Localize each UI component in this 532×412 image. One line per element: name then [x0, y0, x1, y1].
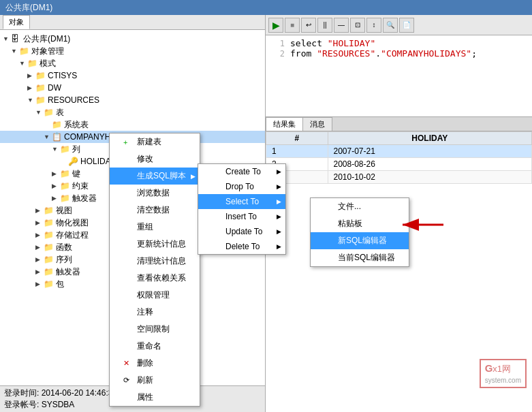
toolbar-btn6[interactable]: ⊡ [350, 18, 365, 33]
menu-item-新建表[interactable]: +新建表 [110, 133, 200, 150]
tree-label-resources: RESOURCES [48, 95, 99, 105]
tab-object[interactable]: 对象 [3, 15, 30, 29]
tree-label-sys-table: 系统表 [64, 119, 89, 131]
sql-line1: 1 select "HOLIDAY" [271, 38, 527, 48]
tree-item-dw[interactable]: ▶📁DW [0, 82, 265, 94]
sql-submenu-item-Create To[interactable]: Create To [198, 164, 285, 179]
sql-submenu-item-Update To[interactable]: Update To [198, 224, 285, 239]
select-submenu-item-新SQL编辑器[interactable]: 新SQL编辑器 [311, 232, 409, 249]
toolbar-btn9[interactable]: 📄 [399, 18, 414, 33]
toolbar-btn4[interactable]: || [317, 18, 332, 33]
tree-label-db: 公共库(DM1) [23, 33, 70, 45]
tree-item-table-node[interactable]: ▼📁表 [0, 106, 265, 118]
tree-label-func-node: 函数 [56, 242, 72, 253]
table-row[interactable]: 12007-07-21 [266, 145, 532, 158]
tree-label-col-node: 列 [72, 144, 80, 155]
watermark-subtext: system.com [485, 377, 521, 384]
menu-item-查看依赖关系[interactable]: 查看依赖关系 [110, 270, 200, 287]
menu-item-权限管理[interactable]: 权限管理 [110, 287, 200, 304]
col-holiday-header: HOLIDAY [328, 132, 532, 145]
tree-item-obj-mgr[interactable]: ▼📁对象管理 [0, 45, 265, 57]
watermark: Gx1网 system.com [480, 359, 527, 388]
toolbar-btn8[interactable]: 🔍 [383, 18, 398, 33]
select-submenu-item-文件...[interactable]: 文件... [311, 198, 409, 215]
menu-item-更新统计信息[interactable]: 更新统计信息 [110, 236, 200, 253]
select-submenu[interactable]: 文件...粘贴板新SQL编辑器当前SQL编辑器 [310, 197, 409, 267]
sql-submenu[interactable]: Create ToDrop ToSelect ToInsert ToUpdate… [198, 163, 286, 255]
tree-item-db[interactable]: ▼🗄公共库(DM1) [0, 33, 265, 45]
sql-submenu-item-Select To[interactable]: Select To [198, 194, 285, 209]
toolbar-btn7[interactable]: ↕ [366, 18, 381, 33]
tree-label-dw: DW [48, 83, 61, 93]
menu-item-重组[interactable]: 重组 [110, 219, 200, 236]
run-btn[interactable]: ▶ [268, 18, 283, 33]
menu-item-清理统计信息[interactable]: 清理统计信息 [110, 253, 200, 270]
title-bar: 公共库(DM1) [0, 0, 532, 15]
tree-label-trig-node2: 触发器 [56, 266, 80, 278]
tree-item-schema[interactable]: ▼📁模式 [0, 57, 265, 69]
tree-label-constraint-node: 约束 [72, 180, 89, 192]
menu-item-清空数据[interactable]: 清空数据 [110, 202, 200, 219]
stop-btn[interactable]: ■ [285, 18, 300, 33]
tree-item-resources[interactable]: ▼📁RESOURCES [0, 94, 265, 106]
sql-submenu-item-Delete To[interactable]: Delete To [198, 239, 285, 254]
table-row[interactable]: 22008-08-26 [266, 158, 532, 171]
tree-label-pkg-node: 包 [56, 279, 64, 290]
menu-item-属性[interactable]: 属性 [110, 389, 200, 406]
select-submenu-item-当前SQL编辑器[interactable]: 当前SQL编辑器 [311, 249, 409, 266]
tree-item-sys-table[interactable]: 📁系统表 [0, 118, 265, 131]
tree-label-ctisys: CTISYS [48, 71, 77, 80]
toolbar-btn3[interactable]: ↩ [301, 18, 316, 33]
col-num-header: # [266, 132, 328, 145]
menu-item-空间限制[interactable]: 空间限制 [110, 321, 200, 338]
title-text: 公共库(DM1) [5, 2, 52, 14]
menu-item-注释[interactable]: 注释 [110, 304, 200, 321]
tree-label-seq-node: 序列 [56, 254, 72, 266]
left-panel-tabs: 对象 [0, 15, 265, 30]
watermark-text: G [485, 362, 493, 374]
sql-editor[interactable]: 1 select "HOLIDAY" 2 from "RESOURCES"."C… [266, 35, 532, 117]
menu-item-重命名[interactable]: 重命名 [110, 338, 200, 355]
context-menu[interactable]: +新建表修改生成SQL脚本浏览数据清空数据重组更新统计信息清理统计信息查看依赖关… [109, 133, 200, 407]
menu-item-修改[interactable]: 修改 [110, 150, 200, 168]
tree-label-proc-node: 存储过程 [56, 229, 89, 241]
sql-submenu-item-Insert To[interactable]: Insert To [198, 209, 285, 224]
tree-label-table-node: 表 [56, 107, 64, 118]
sql-submenu-item-Drop To[interactable]: Drop To [198, 179, 285, 194]
table-row[interactable]: 32010-10-02 [266, 171, 532, 184]
tab-results[interactable]: 结果集 [266, 117, 303, 131]
tree-label-schema: 模式 [40, 58, 56, 69]
tree-label-key-node: 键 [72, 168, 80, 180]
tree-item-ctisys[interactable]: ▶📁CTISYS [0, 69, 265, 82]
tree-label-trigger-node: 触发器 [72, 193, 97, 204]
tree-label-matview-node: 物化视图 [56, 217, 89, 229]
right-toolbar: ▶ ■ ↩ || — ⊡ ↕ 🔍 📄 [266, 15, 532, 35]
menu-item-浏览数据[interactable]: 浏览数据 [110, 185, 200, 202]
tree-label-obj-mgr: 对象管理 [31, 46, 64, 57]
results-tabs: 结果集 消息 [266, 117, 532, 131]
tab-messages[interactable]: 消息 [302, 117, 332, 131]
menu-item-刷新[interactable]: ⟳刷新 [110, 372, 200, 389]
toolbar-btn5[interactable]: — [334, 18, 349, 33]
select-submenu-item-粘贴板[interactable]: 粘贴板 [311, 215, 409, 232]
menu-item-生成SQL脚本[interactable]: 生成SQL脚本 [110, 168, 200, 185]
tree-label-view-node: 视图 [56, 205, 72, 217]
menu-item-删除[interactable]: ✕删除 [110, 355, 200, 372]
sql-line2: 2 from "RESOURCES"."COMPANYHOLIDAYS"; [271, 48, 527, 59]
results-table: # HOLIDAY 12007-07-2122008-08-2632010-10… [266, 131, 532, 184]
